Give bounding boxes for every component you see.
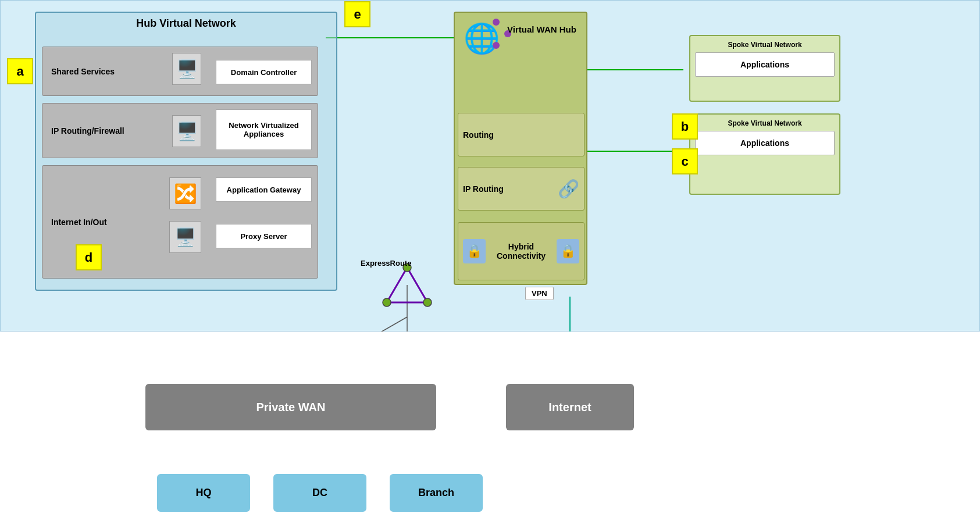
label-e: e [344, 1, 370, 27]
dc-box: DC [273, 474, 366, 512]
label-b: b [672, 113, 698, 140]
bottom-section [0, 332, 980, 531]
spoke-vnet-2: Spoke Virtual Network Applications [689, 113, 840, 195]
internet-inout-label: Internet In/Out [51, 218, 107, 227]
routing-label: Routing [463, 130, 494, 140]
hybrid-connectivity-box: 🔒 Hybrid Connectivity 🔒 [458, 222, 585, 280]
spoke-vnet-1-apps: Applications [695, 52, 835, 77]
ip-routing-vwan-box: IP Routing 🔗 [458, 167, 585, 211]
ip-routing-icon: 🔗 [558, 179, 579, 199]
spoke-vnet-2-title: Spoke Virtual Network [695, 119, 835, 127]
ip-routing-firewall-label: IP Routing/Firewall [51, 126, 124, 136]
label-a: a [7, 58, 33, 84]
hq-box: HQ [157, 474, 250, 512]
vwan-title: Virtual WAN Hub [507, 24, 576, 34]
vpn-label: VPN [525, 287, 554, 300]
vwan-hub: 🌐 Virtual WAN Hub Routing IP Routing 🔗 🔒… [454, 12, 587, 285]
ip-routing-vwan-label: IP Routing [463, 184, 504, 194]
shared-services-section: Shared Services 🖥️ Domain Controller [42, 47, 318, 96]
network-virtualized-box: Network Virtualized Appliances [216, 109, 312, 150]
shared-services-label: Shared Services [51, 67, 115, 76]
expressroute-label: ExpressRoute [361, 259, 411, 268]
spoke-vnet-1: Spoke Virtual Network Applications [689, 35, 840, 102]
hub-vnet-title: Hub Virtual Network [136, 17, 236, 30]
hybrid-connectivity-label: Hybrid Connectivity [486, 242, 557, 261]
application-gateway-box: Application Gateway [216, 177, 312, 202]
label-c: c [672, 148, 698, 174]
routing-box: Routing [458, 113, 585, 156]
network-appliance-icon: 🖥️ [172, 115, 201, 147]
domain-controller-box: Domain Controller [216, 60, 312, 84]
spoke-vnet-1-title: Spoke Virtual Network [695, 41, 835, 49]
ip-routing-firewall-section: IP Routing/Firewall 🖥️ Network Virtualiz… [42, 103, 318, 158]
hybrid-lock-left-icon: 🔒 [463, 239, 486, 263]
internet-bottom: Internet [506, 384, 634, 430]
branch-box: Branch [390, 474, 483, 512]
diagram-container: Hub Virtual Network Shared Services 🖥️ D… [0, 0, 980, 531]
hybrid-lock-right-icon: 🔒 [557, 239, 579, 263]
proxy-server-box: Proxy Server [216, 224, 312, 248]
label-d: d [76, 244, 102, 270]
private-wan: Private WAN [145, 384, 436, 430]
app-gateway-icon: 🔀 [169, 177, 201, 209]
proxy-server-icon: 🖥️ [169, 221, 201, 253]
shared-services-icon: 🖥️ [172, 53, 201, 85]
spoke-vnet-2-apps: Applications [695, 131, 835, 155]
